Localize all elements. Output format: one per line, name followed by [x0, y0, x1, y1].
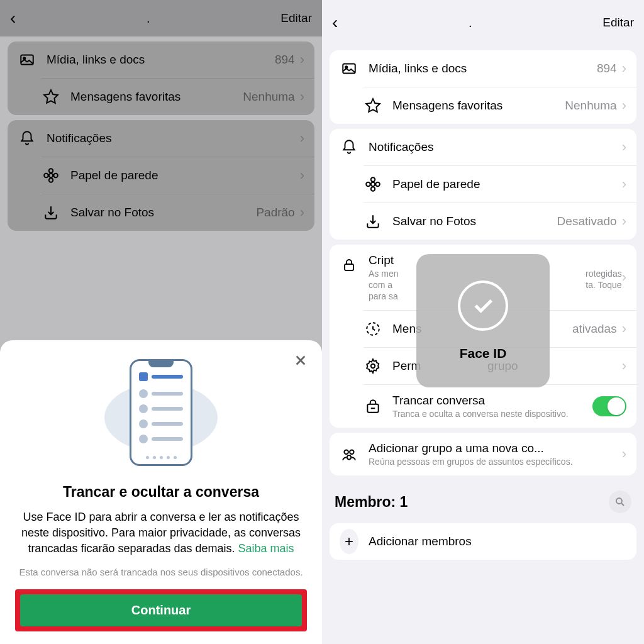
- row-starred[interactable]: Mensagens favoritas Nenhuma ›: [364, 87, 636, 124]
- close-icon[interactable]: [291, 350, 311, 370]
- chevron-right-icon: ›: [622, 269, 626, 286]
- image-icon: [340, 59, 358, 78]
- faceid-overlay: Face ID: [416, 254, 550, 387]
- chevron-right-icon: ›: [300, 130, 304, 147]
- members-header: Membro: 1: [322, 480, 644, 518]
- sheet-body: Use Face ID para abrir a conversa e ler …: [15, 509, 307, 557]
- star-icon: [364, 96, 382, 115]
- row-value: Desativado: [557, 214, 617, 228]
- edit-button[interactable]: Editar: [280, 11, 312, 25]
- chevron-right-icon: ›: [622, 176, 626, 192]
- dimmed-content: ‹ . Editar Mídia, links e docs 894 › Men…: [0, 0, 322, 231]
- row-label: Mídia, links e docs: [369, 62, 597, 75]
- download-icon: [42, 203, 60, 222]
- row-value: Padrão: [256, 206, 294, 219]
- back-icon[interactable]: ‹: [10, 8, 16, 28]
- row-sub-end: ta. Toque: [586, 280, 621, 290]
- svg-point-21: [616, 498, 622, 504]
- lock-toggle[interactable]: [592, 396, 626, 416]
- svg-point-9: [371, 182, 375, 187]
- row-save-photos[interactable]: Salvar no Fotos Padrão ›: [42, 194, 314, 231]
- card-settings: Notificações › Papel de parede › Salvar …: [330, 129, 636, 240]
- chevron-right-icon: ›: [300, 167, 304, 184]
- download-icon: [364, 212, 382, 231]
- chat-lock-icon: [364, 397, 382, 416]
- row-label: Papel de parede: [392, 177, 622, 191]
- star-icon: [42, 87, 60, 106]
- plus-icon: +: [340, 532, 358, 551]
- chevron-right-icon: ›: [300, 89, 304, 105]
- svg-rect-14: [345, 264, 353, 270]
- chevron-right-icon: ›: [622, 213, 626, 230]
- chevron-right-icon: ›: [622, 139, 626, 155]
- row-wallpaper[interactable]: Papel de parede ›: [42, 157, 314, 194]
- row-label: Salvar no Fotos: [70, 206, 256, 219]
- row-value: 894: [275, 53, 295, 67]
- row-wallpaper[interactable]: Papel de parede ›: [364, 165, 636, 203]
- chevron-right-icon: ›: [300, 52, 304, 68]
- row-media[interactable]: Mídia, links e docs 894 ›: [330, 50, 636, 87]
- row-text: Trancar conversa Tranca e oculta a conve…: [392, 394, 592, 419]
- svg-point-12: [366, 182, 370, 187]
- continue-button[interactable]: Continuar: [20, 594, 302, 626]
- edit-button[interactable]: Editar: [602, 16, 634, 30]
- row-sub: As men: [369, 269, 398, 279]
- row-text: Adicionar grupo a uma nova co... Reúna p…: [369, 441, 622, 467]
- row-notifications[interactable]: Notificações ›: [8, 120, 314, 157]
- header: ‹ . Editar: [0, 0, 322, 36]
- svg-point-19: [350, 450, 354, 454]
- row-label: Salvar no Fotos: [392, 214, 557, 228]
- faceid-label: Face ID: [460, 346, 507, 361]
- row-label: Trancar conversa: [392, 394, 592, 408]
- members-count: Membro: 1: [335, 494, 408, 511]
- chevron-right-icon: ›: [622, 321, 626, 337]
- chevron-right-icon: ›: [622, 446, 626, 462]
- row-label: Notificações: [47, 131, 300, 145]
- timer-icon: [364, 319, 382, 338]
- row-value: 894: [597, 62, 617, 75]
- svg-point-11: [371, 187, 375, 191]
- svg-point-20: [347, 455, 352, 460]
- row-value: Nenhuma: [243, 90, 294, 104]
- row-add-members[interactable]: + Adicionar membros: [330, 523, 636, 560]
- learn-more-link[interactable]: Saiba mais: [238, 542, 294, 555]
- button-highlight: Continuar: [15, 589, 307, 631]
- row-starred[interactable]: Mensagens favoritas Nenhuma ›: [42, 78, 314, 115]
- screen-right: ‹ . Editar Mídia, links e docs 894 › Men…: [322, 0, 644, 644]
- card-media: Mídia, links e docs 894 › Mensagens favo…: [330, 50, 636, 124]
- community-icon: [340, 445, 358, 464]
- svg-point-3: [49, 169, 53, 173]
- svg-point-4: [49, 178, 53, 182]
- lock-illustration: [15, 358, 307, 471]
- bell-icon: [340, 138, 358, 157]
- search-button[interactable]: [609, 491, 631, 513]
- row-label: Mensagens favoritas: [70, 90, 243, 104]
- row-label: Mensagens favoritas: [392, 99, 565, 113]
- row-label: Adicionar membros: [369, 535, 626, 548]
- flower-icon: [364, 175, 382, 194]
- row-label: Papel de parede: [70, 169, 300, 182]
- row-lock-chat[interactable]: Trancar conversa Tranca e oculta a conve…: [364, 384, 636, 428]
- card-media: Mídia, links e docs 894 › Mensagens favo…: [8, 42, 314, 115]
- row-add-community[interactable]: Adicionar grupo a uma nova co... Reúna p…: [330, 433, 636, 475]
- gear-icon: [364, 357, 382, 375]
- svg-point-18: [344, 450, 348, 454]
- row-sub: com a: [369, 280, 392, 290]
- svg-point-10: [371, 177, 375, 182]
- header-title: .: [147, 11, 150, 26]
- sheet-title: Trancar e ocultar a conversa: [15, 484, 307, 501]
- row-save-photos[interactable]: Salvar no Fotos Desativado ›: [364, 203, 636, 240]
- row-label: Adicionar grupo a uma nova co...: [369, 441, 622, 455]
- bottom-sheet: Trancar e ocultar a conversa Use Face ID…: [0, 340, 322, 644]
- card-settings: Notificações › Papel de parede › Salvar …: [8, 120, 314, 231]
- row-notifications[interactable]: Notificações ›: [330, 129, 636, 165]
- back-icon[interactable]: ‹: [332, 13, 338, 33]
- svg-point-13: [375, 182, 380, 187]
- chevron-right-icon: ›: [622, 60, 626, 77]
- row-media[interactable]: Mídia, links e docs 894 ›: [8, 42, 314, 78]
- row-label: Notificações: [369, 140, 622, 154]
- row-value: ativadas: [572, 322, 617, 336]
- row-label: Mídia, links e docs: [47, 53, 275, 67]
- chevron-right-icon: ›: [622, 97, 626, 114]
- header: ‹ . Editar: [322, 0, 644, 45]
